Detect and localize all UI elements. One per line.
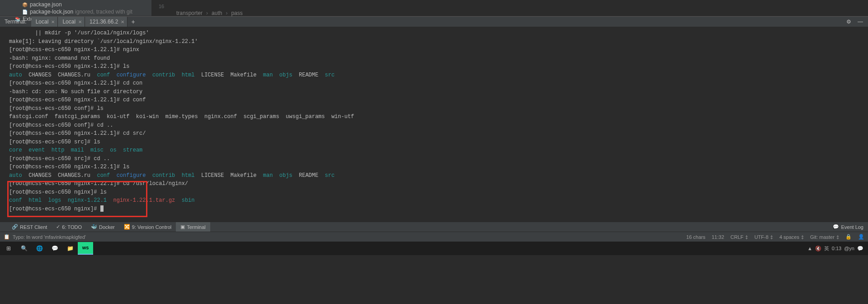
tree-item-label: package-lock.json [30, 9, 73, 15]
tool-icon: 🔀 [124, 224, 130, 230]
terminal-tabs: Local ✕ Local ✕ 121.36.66.2 ✕ + [31, 17, 139, 27]
top-area: 📦 package.json 📄 package-lock.json ignor… [0, 0, 868, 16]
status-git[interactable]: Git: master ‡ [810, 234, 839, 240]
tool-label: Terminal [187, 224, 206, 230]
status-line-separator[interactable]: CRLF ‡ [731, 234, 748, 240]
terminal-bar: Terminal: Local ✕ Local ✕ 121.36.66.2 ✕ … [0, 16, 868, 27]
chevron-right-icon: › [206, 10, 208, 16]
tree-item-label: package.json [30, 1, 62, 8]
speech-bubble-icon: 💬 [833, 224, 839, 230]
inspector-icon[interactable]: 👤 [858, 234, 864, 240]
tool-label: REST Client [20, 224, 47, 230]
status-bar: 📋 Typo: In word 'mfavinkmapkigfed' 16 ch… [0, 232, 868, 242]
ime-indicator[interactable]: 英 [824, 245, 829, 252]
terminal-line: [root@hcss-ecs-c650 nginx-1.22.1]# nginx [9, 46, 864, 54]
close-icon[interactable]: ✕ [51, 19, 55, 24]
terminal-line: [root@hcss-ecs-c650 src]# ls [9, 138, 864, 147]
tool-icon: 🔗 [12, 224, 18, 230]
breadcrumb-item[interactable]: transporter [176, 10, 203, 16]
tool-tab[interactable]: ▣Terminal [176, 222, 210, 232]
tool-icon: ✓ [56, 224, 60, 230]
terminal-line: [root@hcss-ecs-c650 nginx-1.22.1]# cd co… [9, 79, 864, 88]
tool-tab[interactable]: ✓6: TODO [52, 222, 86, 232]
start-button[interactable]: ⊞ [1, 242, 16, 255]
terminal-line: -bash: nginx: command not found [9, 54, 864, 63]
minimize-icon[interactable]: — [856, 18, 864, 26]
terminal-line: conf html logs nginx-1.22.1 nginx-1.22.1… [9, 196, 864, 205]
terminal-line: [root@hcss-ecs-c650 nginx-1.22.1]# ls [9, 163, 864, 171]
terminal-line: auto CHANGES CHANGES.ru conf configure c… [9, 71, 864, 80]
notifications-icon[interactable]: 💬 [857, 246, 863, 252]
event-log-label: Event Log [841, 224, 863, 230]
close-icon[interactable]: ✕ [121, 19, 124, 24]
terminal-cursor [100, 205, 104, 212]
breadcrumb-item[interactable]: auth [212, 10, 222, 16]
context-icon: 📋 [4, 234, 10, 240]
add-tab-button[interactable]: + [127, 17, 138, 27]
tool-icon: 🐳 [91, 224, 97, 230]
status-typo[interactable]: Typo: In word 'mfavinkmapkigfed' [13, 234, 86, 240]
tool-label: 6: TODO [62, 224, 82, 230]
clock[interactable]: 0:13 [832, 246, 841, 251]
tool-tab[interactable]: 🐳Docker [86, 222, 119, 232]
gear-icon[interactable]: ⚙ [844, 18, 853, 26]
status-right: 16 chars 11:32 CRLF ‡ UTF-8 ‡ 4 spaces ‡… [686, 234, 864, 240]
search-icon[interactable]: 🔍 [16, 242, 32, 255]
status-encoding[interactable]: UTF-8 ‡ [755, 234, 773, 240]
status-position[interactable]: 11:32 [712, 234, 724, 240]
terminal-tab[interactable]: Local ✕ [31, 17, 58, 27]
terminal-line: auto CHANGES CHANGES.ru conf configure c… [9, 171, 864, 180]
terminal-line: core event http mail misc os stream [9, 146, 864, 155]
tool-icon: ▣ [180, 224, 185, 230]
tool-tab[interactable]: 🔀9: Version Control [119, 222, 176, 232]
wechat-icon[interactable]: 💬 [47, 242, 62, 255]
event-log-button[interactable]: 💬 Event Log [833, 224, 868, 230]
lock-icon[interactable]: 🔒 [845, 234, 852, 240]
terminal-line: [root@hcss-ecs-c650 nginx-1.22.1]# cd co… [9, 96, 864, 104]
tab-label: Local [62, 19, 75, 25]
terminal-line: [root@hcss-ecs-c650 nginx-1.22.1]# cd sr… [9, 129, 864, 138]
breadcrumb: transporter › auth › pass [176, 10, 243, 16]
editor-area[interactable]: 16 [151, 0, 868, 16]
chrome-icon[interactable]: 🌐 [32, 242, 47, 255]
user-badge[interactable]: @yn [844, 246, 854, 251]
terminal-tab[interactable]: 121.36.66.2 ✕ [85, 17, 127, 27]
tab-label: 121.36.66.2 [90, 19, 118, 25]
volume-icon[interactable]: 🔇 [815, 246, 821, 252]
terminal-line: fastcgi.conf fastcgi_params koi-utf koi-… [9, 113, 864, 121]
taskbar-tray: ▲ 🔇 英 0:13 @yn 💬 [807, 245, 867, 252]
terminal-tools: ⚙ — [844, 18, 868, 26]
breadcrumb-item[interactable]: pass [231, 10, 242, 16]
terminal-line: [root@hcss-ecs-c650 src]# cd .. [9, 155, 864, 163]
terminal-line: make[1]: Leaving directory `/usr/local/n… [9, 38, 864, 46]
close-icon[interactable]: ✕ [78, 19, 82, 24]
terminal-line: [root@hcss-ecs-c650 conf]# ls [9, 104, 864, 113]
terminal-line: [root@hcss-ecs-c650 conf]# cd .. [9, 121, 864, 130]
terminal-label: Terminal: [0, 19, 31, 25]
status-indent[interactable]: 4 spaces ‡ [779, 234, 804, 240]
chevron-right-icon: › [226, 10, 227, 16]
file-icon: 📄 [22, 9, 28, 15]
tree-item[interactable]: 📦 package.json [0, 1, 151, 8]
terminal-line: [root@hcss-ecs-c650 nginx]# ls [9, 188, 864, 197]
terminal-line: [root@hcss-ecs-c650 nginx-1.22.1]# cd /u… [9, 180, 864, 188]
line-number: 16 [155, 4, 168, 9]
tool-label: 9: Version Control [132, 224, 171, 230]
status-chars: 16 chars [686, 234, 705, 240]
tray-chevron-icon[interactable]: ▲ [807, 246, 812, 251]
tool-label: Docker [99, 224, 115, 230]
terminal-line: -bash: cd: con: No such file or director… [9, 88, 864, 96]
terminal-line: || mkdir -p '/usr/local/nginx/logs' [9, 29, 864, 38]
tree-item[interactable]: 📄 package-lock.json ignored, tracked wit… [0, 8, 151, 15]
terminal-body[interactable]: || mkdir -p '/usr/local/nginx/logs'make[… [0, 27, 868, 222]
terminal-tab[interactable]: Local ✕ [58, 17, 85, 27]
bottom-tool-tabs: 🔗REST Client✓6: TODO🐳Docker🔀9: Version C… [0, 222, 868, 232]
terminal-line: [root@hcss-ecs-c650 nginx]# [9, 205, 864, 214]
package-icon: 📦 [22, 1, 28, 8]
explorer-icon[interactable]: 📁 [62, 242, 78, 255]
tree-item-note: ignored, tracked with git [75, 9, 132, 15]
tool-tab[interactable]: 🔗REST Client [7, 222, 52, 232]
project-tree[interactable]: 📦 package.json 📄 package-lock.json ignor… [0, 0, 151, 16]
webstorm-icon[interactable]: WS [78, 242, 93, 255]
status-left: 📋 Typo: In word 'mfavinkmapkigfed' [4, 234, 86, 240]
